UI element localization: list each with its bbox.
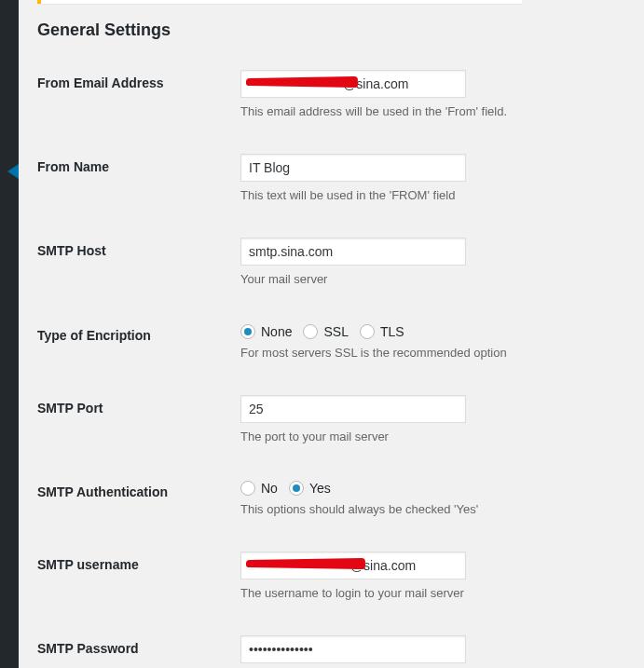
from-email-input[interactable] <box>240 70 466 98</box>
settings-content: General Settings From Email Address This… <box>19 0 644 668</box>
smtp-password-label: SMTP Password <box>37 632 240 668</box>
encryption-radio-ssl[interactable] <box>303 324 318 339</box>
from-name-description: This text will be used in the 'FROM' fie… <box>240 187 625 204</box>
settings-form-table: From Email Address This email address wi… <box>37 66 625 668</box>
from-email-description: This email address will be used in the '… <box>240 103 625 120</box>
smtp-username-input[interactable] <box>240 552 466 579</box>
encryption-option-tls-label: TLS <box>380 324 404 339</box>
smtp-auth-option-no-label: No <box>261 481 278 496</box>
smtp-auth-option-yes[interactable]: Yes <box>289 481 331 496</box>
smtp-host-input[interactable] <box>240 238 466 266</box>
encryption-radio-group: None SSL TLS <box>240 322 625 339</box>
encryption-option-none-label: None <box>261 324 292 339</box>
smtp-port-label: SMTP Port <box>37 391 240 475</box>
smtp-auth-description: This options should always be checked 'Y… <box>240 501 625 518</box>
section-title: General Settings <box>37 20 625 40</box>
encryption-option-ssl-label: SSL <box>323 324 348 339</box>
from-name-label: From Name <box>37 150 240 234</box>
smtp-auth-option-yes-label: Yes <box>309 481 331 496</box>
smtp-host-label: SMTP Host <box>37 234 240 318</box>
encryption-label: Type of Encription <box>37 319 240 391</box>
encryption-option-ssl[interactable]: SSL <box>303 324 348 339</box>
admin-sidebar <box>0 0 19 668</box>
smtp-port-input[interactable] <box>240 395 466 423</box>
smtp-auth-radio-no[interactable] <box>240 481 255 496</box>
smtp-auth-radio-group: No Yes <box>240 479 625 496</box>
from-email-label: From Email Address <box>37 66 240 150</box>
encryption-radio-tls[interactable] <box>360 324 375 339</box>
encryption-description: For most servers SSL is the recommended … <box>240 345 625 361</box>
smtp-username-description: The username to login to your mail serve… <box>240 585 625 602</box>
smtp-auth-radio-yes[interactable] <box>289 481 304 496</box>
smtp-username-label: SMTP username <box>37 548 240 632</box>
sidebar-current-indicator <box>7 164 19 179</box>
smtp-auth-option-no[interactable]: No <box>240 481 278 496</box>
encryption-radio-none[interactable] <box>240 324 255 339</box>
smtp-host-description: Your mail server <box>240 271 625 288</box>
smtp-port-description: The port to your mail server <box>240 429 625 445</box>
encryption-option-none[interactable]: None <box>240 324 292 339</box>
smtp-password-input[interactable] <box>240 635 466 663</box>
from-name-input[interactable] <box>240 154 466 182</box>
encryption-option-tls[interactable]: TLS <box>360 324 404 339</box>
admin-notice-bar <box>37 0 522 4</box>
smtp-auth-label: SMTP Authentication <box>37 475 240 548</box>
